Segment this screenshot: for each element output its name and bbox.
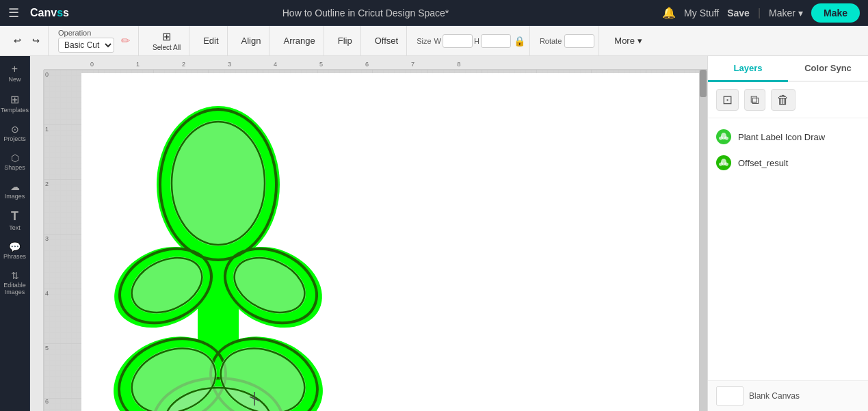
offset-group: Offset: [367, 26, 407, 55]
select-all-label: Select All: [153, 44, 181, 51]
v-ruler-ticks: 0 1 2 3 4 5 6: [44, 70, 57, 411]
make-button[interactable]: Make: [811, 3, 860, 23]
header-right: 🔔 My Stuff Save | Maker ▾ Make: [662, 3, 860, 23]
undo-redo-group: ↩ ↪: [5, 26, 49, 55]
editable-images-icon: ⇅: [11, 270, 19, 281]
sidebar-item-templates[interactable]: ⊞ Templates: [0, 89, 29, 118]
flip-group: Flip: [330, 26, 361, 55]
layer-item-offset-result[interactable]: Offset_result: [708, 150, 868, 176]
canvas-content[interactable]: 0 1 2 3 4 5 6: [44, 70, 707, 411]
more-button[interactable]: More ▾: [609, 33, 647, 49]
sidebar-item-projects-label: Projects: [3, 136, 26, 143]
redo-button[interactable]: ↪: [28, 33, 44, 49]
sidebar-item-templates-label: Templates: [1, 107, 29, 114]
sidebar-item-phrases-label: Phrases: [3, 254, 26, 261]
edit-pen-button[interactable]: ✏: [117, 31, 134, 50]
operation-label: Operation: [58, 29, 114, 37]
sidebar-item-shapes-label: Shapes: [4, 165, 25, 172]
sidebar-item-new-label: New: [8, 77, 21, 83]
layer-name-offset-result: Offset_result: [738, 158, 788, 168]
canvas-area[interactable]: 0 1 2 3 4 5 6 7 8: [30, 56, 707, 411]
sidebar-item-editable-images-label: Editable Images: [3, 282, 27, 296]
sidebar-item-projects[interactable]: ⊙ Projects: [0, 120, 29, 147]
width-input[interactable]: [443, 34, 473, 48]
phrases-icon: 💬: [9, 241, 21, 252]
vertical-scrollbar[interactable]: [699, 70, 707, 411]
text-icon: T: [11, 209, 18, 224]
arrange-group: Arrange: [275, 26, 324, 55]
edit-group: Edit: [195, 26, 227, 55]
ruler-horizontal: 0 1 2 3 4 5 6 7 8: [44, 56, 707, 70]
flip-button[interactable]: Flip: [334, 33, 356, 49]
right-panel: Layers Color Sync ⊡ ⧉ 🗑 Plant Label Icon…: [707, 56, 868, 411]
header: ☰ Canvss How to Outline in Cricut Design…: [0, 0, 868, 26]
rotate-label: Rotate: [540, 37, 562, 45]
sidebar-item-text[interactable]: T Text: [0, 205, 29, 236]
my-stuff-link[interactable]: My Stuff: [684, 8, 719, 18]
offset-icon: [718, 157, 729, 168]
undo-button[interactable]: ↩: [10, 33, 25, 49]
layer-name-plant-label: Plant Label Icon Draw: [738, 132, 825, 142]
scroll-thumb[interactable]: [700, 70, 707, 97]
layer-item-plant-label[interactable]: Plant Label Icon Draw: [708, 124, 868, 150]
left-sidebar: + New ⊞ Templates ⊙ Projects ⬡ Shapes ☁ …: [0, 56, 30, 411]
panel-actions: ⊡ ⧉ 🗑: [708, 82, 868, 118]
align-button[interactable]: Align: [237, 33, 265, 49]
tab-layers[interactable]: Layers: [708, 56, 788, 82]
edit-button[interactable]: Edit: [199, 33, 222, 49]
group-button[interactable]: ⊡: [716, 89, 739, 111]
blank-canvas-label: Blank Canvas: [749, 391, 800, 401]
main-area: + New ⊞ Templates ⊙ Projects ⬡ Shapes ☁ …: [0, 56, 868, 411]
size-label: Size: [417, 37, 431, 45]
sidebar-item-phrases[interactable]: 💬 Phrases: [0, 237, 29, 265]
w-label: W: [434, 37, 441, 45]
rotate-group: Rotate: [536, 26, 599, 55]
select-all-icon: ⊞: [162, 30, 171, 43]
height-input[interactable]: [481, 34, 511, 48]
tab-color-sync[interactable]: Color Sync: [788, 56, 868, 82]
operation-select[interactable]: Basic Cut: [58, 38, 114, 53]
duplicate-button[interactable]: ⧉: [744, 89, 765, 111]
projects-icon: ⊙: [11, 124, 19, 135]
select-all-button[interactable]: ⊞ Select All: [148, 28, 185, 53]
bell-icon[interactable]: 🔔: [662, 6, 676, 19]
arrange-button[interactable]: Arrange: [279, 33, 319, 49]
h-label: H: [474, 37, 479, 45]
select-all-group: ⊞ Select All: [144, 26, 189, 55]
plant-design-svg[interactable]: [81, 75, 355, 411]
sidebar-item-images[interactable]: ☁ Images: [0, 177, 29, 204]
hamburger-icon[interactable]: ☰: [8, 5, 19, 21]
sidebar-item-editable-images[interactable]: ⇅ Editable Images: [0, 266, 29, 300]
blank-canvas-thumbnail: [716, 386, 744, 406]
size-group: Size W H 🔒: [412, 26, 530, 55]
sidebar-item-text-label: Text: [9, 225, 21, 232]
sidebar-item-images-label: Images: [5, 194, 25, 200]
align-group: Align: [233, 26, 270, 55]
save-button[interactable]: Save: [727, 8, 750, 18]
templates-icon: ⊞: [10, 93, 19, 106]
toolbar: ↩ ↪ Operation Basic Cut ✏ ⊞ Select All E…: [0, 26, 868, 56]
panel-tabs: Layers Color Sync: [708, 56, 868, 82]
layers-list: Plant Label Icon Draw Offset_result: [708, 118, 868, 380]
images-icon: ☁: [10, 181, 20, 192]
header-divider: |: [758, 7, 761, 19]
sidebar-item-new[interactable]: + New: [0, 59, 29, 88]
more-group: More ▾: [605, 26, 651, 55]
offset-button[interactable]: Offset: [371, 33, 402, 49]
document-title: How to Outline in Cricut Design Space*: [80, 8, 651, 18]
layer-icon-plant-label: [716, 129, 731, 144]
new-icon: +: [12, 63, 18, 75]
blank-canvas-bar: Blank Canvas: [708, 380, 868, 411]
maker-dropdown[interactable]: Maker ▾: [769, 8, 803, 18]
shapes-icon: ⬡: [11, 153, 19, 163]
delete-button[interactable]: 🗑: [771, 89, 795, 111]
operation-group: Operation Basic Cut ✏: [54, 26, 139, 55]
ruler-vertical: [30, 70, 44, 411]
lock-icon[interactable]: 🔒: [514, 36, 525, 47]
rotate-input[interactable]: [564, 34, 594, 48]
plant-icon: [718, 131, 729, 142]
layer-icon-offset-result: [716, 155, 731, 170]
sidebar-item-shapes[interactable]: ⬡ Shapes: [0, 148, 29, 176]
app-title: Canvss: [30, 7, 69, 19]
